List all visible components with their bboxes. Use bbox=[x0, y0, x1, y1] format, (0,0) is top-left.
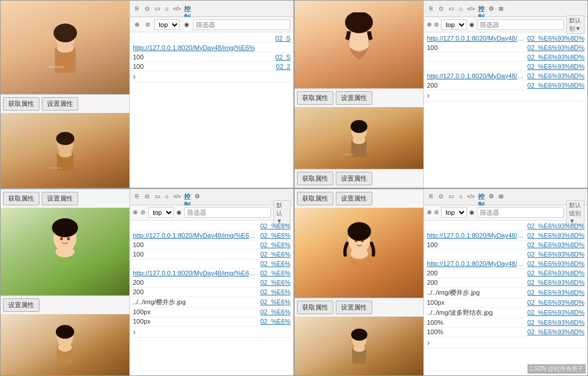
top-select-tl[interactable]: top bbox=[154, 19, 180, 30]
top-select-br[interactable]: top bbox=[441, 207, 467, 218]
block-icon-bl[interactable]: ⊘ bbox=[141, 208, 146, 217]
settings-icon-tr[interactable]: ⚙ bbox=[487, 5, 495, 13]
link-tr-0[interactable]: http://127.0.0.1:8020/MyDay48/img/%E6%A8… bbox=[427, 35, 525, 42]
code-icon-tl[interactable]: </> bbox=[173, 5, 181, 13]
top-select-bl[interactable]: top bbox=[148, 207, 174, 218]
home-icon-bl[interactable]: ⌂ bbox=[163, 192, 171, 201]
r-br-8[interactable]: 02_%E6%93%8D% bbox=[527, 299, 584, 306]
chevron-row-br[interactable]: › bbox=[424, 337, 587, 348]
r-br-5[interactable]: 02_%E6%93%8D% bbox=[527, 269, 584, 277]
wifi-icon-br[interactable]: ≋ bbox=[497, 192, 505, 201]
chevron-row-tl[interactable]: › bbox=[130, 71, 293, 82]
r-bl-1[interactable]: 02_%E6% bbox=[260, 232, 290, 239]
link-right-tl-3[interactable]: 02_2 bbox=[276, 63, 290, 70]
add-icon-tl[interactable]: ⊕ bbox=[133, 21, 141, 29]
console-tab-br[interactable]: 控制台 bbox=[477, 192, 485, 201]
r-br-7[interactable]: 02_%E6%93%8D% bbox=[527, 289, 584, 296]
set-attr-btn-tr2[interactable]: 设置属性 bbox=[336, 172, 372, 185]
r-br-0[interactable]: 02_%E6%93%8D% bbox=[527, 222, 584, 229]
set-attr-btn-br[interactable]: 设置属性 bbox=[336, 192, 372, 205]
console-tab-bl[interactable]: 控制台 bbox=[183, 192, 191, 201]
copy-icon-br[interactable]: ⎘ bbox=[427, 192, 435, 201]
code-icon-br[interactable]: </> bbox=[467, 192, 475, 201]
settings-icon-br[interactable]: ⚙ bbox=[487, 192, 495, 201]
filter-input-tl[interactable] bbox=[193, 19, 290, 30]
link-tr-4[interactable]: http://127.0.0.1:8020/MyDay48/img/%E6%93… bbox=[427, 72, 525, 79]
inspect-icon-bl[interactable]: ⊙ bbox=[143, 192, 151, 201]
add-icon-bl[interactable]: ⊕ bbox=[133, 208, 138, 217]
link-right-tl-2[interactable]: 02_S bbox=[275, 54, 290, 61]
rect-icon-bl[interactable]: ▭ bbox=[153, 192, 161, 201]
link-right-tl-0[interactable]: 02_S bbox=[275, 35, 290, 42]
rect-icon-tl[interactable]: ▭ bbox=[153, 5, 161, 13]
right-tr-2[interactable]: 02_%E6%93%8D% bbox=[527, 54, 584, 61]
set-attr-btn-tr[interactable]: 设置属性 bbox=[336, 91, 372, 105]
r-br-1[interactable]: 02_%E6%93%8D% bbox=[527, 232, 584, 239]
eye-icon-tr[interactable]: ◉ bbox=[469, 21, 475, 29]
l-br-4[interactable]: http://127.0.0.1:8020/MyDay48/img/%E6%B6… bbox=[427, 260, 525, 267]
block-icon-br[interactable]: ⊘ bbox=[434, 208, 439, 217]
r-br-10[interactable]: 02_%E6%93%8D% bbox=[527, 319, 584, 326]
inspect-icon-tr[interactable]: ⊙ bbox=[437, 5, 445, 13]
r-br-3[interactable]: 02_%E6%93%8D% bbox=[527, 251, 584, 258]
filter-input-tr[interactable] bbox=[477, 19, 564, 30]
right-tr-5[interactable]: 02_%E6%93%8D% bbox=[527, 82, 584, 89]
r-bl-8[interactable]: 02_%E6% bbox=[260, 298, 290, 305]
r-bl-0[interactable]: 02_%E6% bbox=[260, 222, 290, 229]
right-tr-1[interactable]: 02_%E6%93%8D% bbox=[527, 44, 584, 51]
get-attr-btn-br2[interactable]: 获取属性 bbox=[297, 301, 333, 314]
home-icon-tr[interactable]: ⌂ bbox=[457, 5, 465, 13]
eye-icon-bl[interactable]: ◉ bbox=[176, 208, 182, 217]
wifi-icon-tr[interactable]: ≋ bbox=[497, 5, 505, 13]
r-br-11[interactable]: 02_%E6%93%8D% bbox=[527, 328, 584, 335]
copy-icon-bl[interactable]: ⎘ bbox=[133, 192, 141, 201]
top-select-tr[interactable]: top bbox=[441, 19, 467, 30]
r-bl-4[interactable]: 02_%E6% bbox=[260, 260, 290, 267]
r-bl-5[interactable]: 02_%E6% bbox=[260, 269, 290, 277]
r-bl-10[interactable]: 02_%E6% bbox=[260, 318, 290, 325]
right-tr-3[interactable]: 02_%E6%93%8D% bbox=[527, 63, 584, 70]
r-bl-3[interactable]: 02_%E6% bbox=[260, 251, 290, 258]
set-attr-btn-bl2[interactable]: 设置属性 bbox=[3, 298, 39, 312]
l-bl-1[interactable]: http://127.0.0.1:8020/MyDay48/img/%E6%A8… bbox=[133, 232, 258, 239]
r-br-6[interactable]: 02_%E6%93%8D% bbox=[527, 279, 584, 286]
set-attr-btn-tl[interactable]: 设置属性 bbox=[42, 97, 78, 111]
inspect-icon-br[interactable]: ⊙ bbox=[437, 192, 445, 201]
chevron-icon-tl[interactable]: › bbox=[133, 72, 136, 81]
get-attr-btn-br[interactable]: 获取属性 bbox=[297, 192, 333, 205]
l-br-1[interactable]: http://127.0.0.1:8020/MyDay48/img/%E6%A8… bbox=[427, 232, 525, 239]
get-attr-btn-tr[interactable]: 获取属性 bbox=[297, 91, 333, 105]
chevron-icon-br[interactable]: › bbox=[427, 338, 430, 347]
link-left-tl-1[interactable]: http://127.0.0.1:8020/MyDay48/img/%E6% bbox=[133, 44, 255, 51]
filter-input-br[interactable] bbox=[477, 207, 564, 218]
get-attr-btn-tr2[interactable]: 获取属性 bbox=[297, 172, 333, 185]
r-bl-9[interactable]: 02_%E6% bbox=[260, 308, 290, 315]
add-icon-tr[interactable]: ⊕ bbox=[427, 21, 432, 29]
get-attr-btn-tl[interactable]: 获取属性 bbox=[3, 97, 39, 111]
rect-icon-br[interactable]: ▭ bbox=[447, 192, 455, 201]
code-icon-bl[interactable]: </> bbox=[173, 192, 181, 201]
eye-icon-br[interactable]: ◉ bbox=[469, 208, 475, 217]
chevron-row-bl[interactable]: › bbox=[130, 327, 293, 338]
console-tab-tl[interactable]: 控制台 bbox=[183, 5, 191, 13]
set-attr-btn-bl[interactable]: 设置属性 bbox=[42, 192, 78, 205]
add-icon-br[interactable]: ⊕ bbox=[427, 208, 432, 217]
rect-icon-tr[interactable]: ▭ bbox=[447, 5, 455, 13]
l-bl-5[interactable]: http://127.0.0.1:8020/MyDay48/img/%E6%B3… bbox=[133, 269, 258, 277]
set-attr-btn-br2[interactable]: 设置属性 bbox=[336, 301, 372, 314]
console-tab-tr[interactable]: 控制台 bbox=[477, 5, 485, 13]
chevron-icon-tr[interactable]: › bbox=[427, 91, 430, 100]
settings-icon-bl[interactable]: ⚙ bbox=[193, 192, 201, 201]
block-icon-tr[interactable]: ⊘ bbox=[434, 21, 439, 29]
block-icon-tl[interactable]: ⊘ bbox=[143, 21, 152, 29]
get-attr-btn-bl[interactable]: 获取属性 bbox=[3, 192, 39, 205]
home-icon-br[interactable]: ⌂ bbox=[457, 192, 465, 201]
r-br-2[interactable]: 02_%E6%93%8D% bbox=[527, 241, 584, 248]
right-tr-4[interactable]: 02_%E6%93%8D% bbox=[527, 72, 584, 79]
filter-input-bl[interactable] bbox=[184, 207, 271, 218]
right-tr-0[interactable]: 02_%E6%93%8D% bbox=[527, 35, 584, 42]
copy-icon-tl[interactable]: ⎘ bbox=[133, 5, 141, 13]
eye-icon-tl[interactable]: ◉ bbox=[182, 21, 191, 29]
r-bl-7[interactable]: 02_%E6% bbox=[260, 288, 290, 295]
inspect-icon-tl[interactable]: ⊙ bbox=[143, 5, 151, 13]
